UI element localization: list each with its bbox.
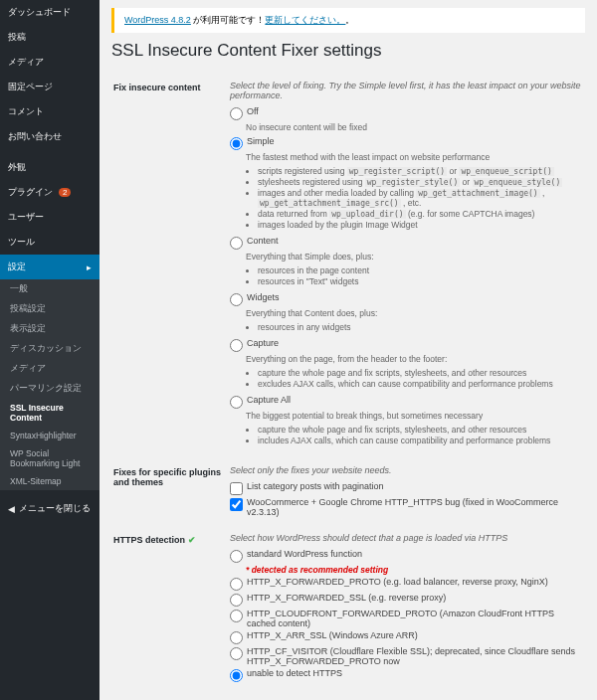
content-list: resources in the page contentresources i… xyxy=(258,265,583,286)
update-link[interactable]: 更新してください。 xyxy=(265,15,345,25)
widgets-list: resources in any widgets xyxy=(258,322,583,332)
radio-https-standard[interactable] xyxy=(230,550,243,563)
simple-list: scripts registered using wp_register_scr… xyxy=(258,166,583,230)
collapse-menu[interactable]: ◀ メニューを閉じる xyxy=(0,496,100,521)
sub-permalink[interactable]: パーマリンク設定 xyxy=(0,379,100,399)
https-desc: Select how WordPress should detect that … xyxy=(230,533,583,543)
sub-general[interactable]: 一般 xyxy=(0,279,100,299)
collapse-icon: ◀ xyxy=(8,504,15,514)
sidebar-item-contact[interactable]: お問い合わせ xyxy=(0,124,100,149)
capture-desc: Everything on the page, from the header … xyxy=(246,354,583,364)
off-desc: No insecure content will be fixed xyxy=(246,122,583,132)
check-woo[interactable] xyxy=(230,498,243,511)
sidebar-item-users[interactable]: ユーザー xyxy=(0,205,100,230)
sub-writing[interactable]: 投稿設定 xyxy=(0,299,100,319)
sidebar-item-comments[interactable]: コメント xyxy=(0,99,100,124)
sidebar-item-media[interactable]: メディア xyxy=(0,50,100,75)
captureall-list: capture the whole page and fix scripts, … xyxy=(258,425,583,445)
https-heading: HTTPS detection ✔ xyxy=(113,527,228,690)
capture-list: capture the whole page and fix scripts, … xyxy=(258,368,583,389)
radio-https-xfp[interactable] xyxy=(230,578,243,591)
wp-version-link[interactable]: WordPress 4.8.2 xyxy=(124,15,191,25)
sidebar-item-plugins[interactable]: プラグイン2 xyxy=(0,180,100,205)
sub-wpsocial[interactable]: WP Social Bookmarking Light xyxy=(0,444,100,472)
radio-content[interactable] xyxy=(230,237,243,250)
content-desc: Everything that Simple does, plus: xyxy=(246,252,583,262)
sidebar-item-pages[interactable]: 固定ページ xyxy=(0,75,100,99)
radio-https-arr[interactable] xyxy=(230,631,243,644)
fixes2-heading: Fixes for specific plugins and themes xyxy=(113,459,228,525)
widgets-desc: Everything that Content does, plus: xyxy=(246,308,583,318)
sidebar-item-appearance[interactable]: 外観 xyxy=(0,155,100,180)
check-listcat[interactable] xyxy=(230,482,243,495)
fix-desc: Select the level of fixing. Try the Simp… xyxy=(230,81,583,100)
sub-xmlsitemap[interactable]: XML-Sitemap xyxy=(0,472,100,490)
admin-sidebar: ダッシュボード 投稿 メディア 固定ページ コメント お問い合わせ 外観 プラグ… xyxy=(0,0,100,700)
captureall-desc: The biggest potential to break things, b… xyxy=(246,411,583,421)
radio-widgets[interactable] xyxy=(230,293,243,306)
sidebar-item-tools[interactable]: ツール xyxy=(0,230,100,255)
sub-syntax[interactable]: SyntaxHighlighter xyxy=(0,427,100,444)
radio-capture[interactable] xyxy=(230,339,243,352)
radio-https-unable[interactable] xyxy=(230,669,243,682)
radio-https-cloudfront[interactable] xyxy=(230,610,243,622)
chevron-right-icon: ▸ xyxy=(87,262,92,272)
fix-heading: Fix insecure content xyxy=(113,75,228,457)
main-content: WordPress 4.8.2 が利用可能です！更新してください。。 SSL I… xyxy=(100,0,597,700)
radio-simple[interactable] xyxy=(230,137,243,150)
check-icon: ✔ xyxy=(188,535,196,545)
page-title: SSL Insecure Content Fixer settings xyxy=(111,41,585,61)
update-notice: WordPress 4.8.2 が利用可能です！更新してください。。 xyxy=(111,8,585,33)
radio-https-cf[interactable] xyxy=(230,647,243,660)
sub-media[interactable]: メディア xyxy=(0,359,100,379)
radio-off[interactable] xyxy=(230,107,243,120)
plugin-update-badge: 2 xyxy=(59,188,71,197)
sub-discussion[interactable]: ディスカッション xyxy=(0,339,100,359)
simple-desc: The fastest method with the least impact… xyxy=(246,152,583,162)
sidebar-item-posts[interactable]: 投稿 xyxy=(0,25,100,50)
sub-ssl-insecure[interactable]: SSL Insecure Content xyxy=(0,399,100,427)
recommended-label: * detected as recommended setting xyxy=(246,565,583,575)
radio-captureall[interactable] xyxy=(230,396,243,409)
settings-submenu: 一般 投稿設定 表示設定 ディスカッション メディア パーマリンク設定 SSL … xyxy=(0,279,100,490)
fixes2-desc: Select only the fixes your website needs… xyxy=(230,465,583,475)
radio-https-xfs[interactable] xyxy=(230,594,243,607)
sidebar-item-dashboard[interactable]: ダッシュボード xyxy=(0,0,100,25)
sub-reading[interactable]: 表示設定 xyxy=(0,319,100,339)
sidebar-item-settings[interactable]: 設定▸ xyxy=(0,255,100,279)
